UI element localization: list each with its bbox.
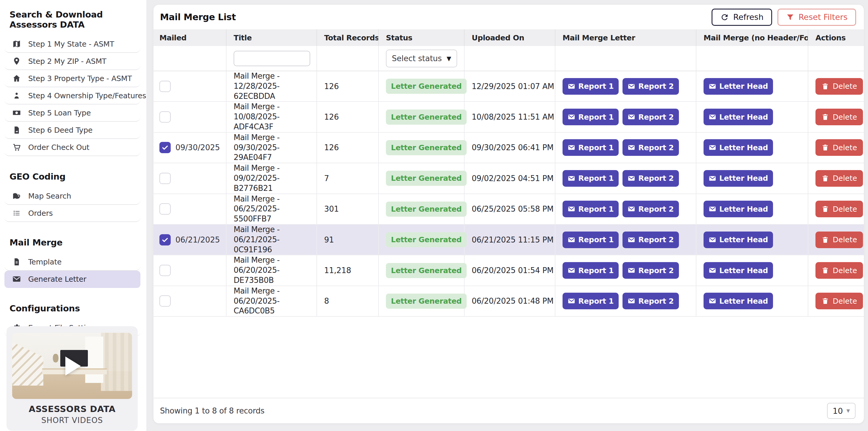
- table-footer: Showing 1 to 8 of 8 records 10 ▼: [153, 398, 864, 423]
- delete-label: Delete: [833, 113, 857, 121]
- row-total-records: 7: [317, 163, 378, 193]
- page-size-select[interactable]: 10 ▼: [827, 403, 856, 419]
- play-icon[interactable]: [65, 357, 81, 375]
- row-uploaded-on: 09/30/2025 06:41 PM: [464, 132, 555, 163]
- envelope-icon: [567, 144, 575, 151]
- row-title: Mail Merge - 09/30/2025-29AE04F7: [226, 132, 317, 163]
- sidebar-item-step1-my-state[interactable]: Step 1 My State - ASMT: [4, 36, 141, 53]
- letter-head-button[interactable]: Letter Head: [704, 109, 773, 125]
- delete-label: Delete: [833, 82, 857, 91]
- envelope-icon: [12, 275, 21, 283]
- report2-button[interactable]: Report 2: [622, 139, 679, 156]
- delete-button[interactable]: Delete: [815, 139, 863, 156]
- letter-head-button[interactable]: Letter Head: [704, 139, 773, 156]
- sidebar-item-generate-letter[interactable]: Generate Letter: [4, 271, 141, 288]
- report2-button[interactable]: Report 2: [622, 78, 679, 95]
- sidebar-item-label: Step 4 Ownership Type/Features: [28, 91, 146, 100]
- envelope-icon: [627, 205, 635, 213]
- letter-head-label: Letter Head: [719, 236, 768, 244]
- report1-button[interactable]: Report 1: [562, 293, 619, 309]
- sidebar: Search & Download Assessors DATA Step 1 …: [0, 0, 146, 431]
- mailed-checkbox[interactable]: [159, 234, 171, 245]
- envelope-icon: [627, 236, 635, 244]
- banknote-icon: [12, 109, 21, 117]
- sidebar-item-order-checkout[interactable]: Order Check Out: [4, 139, 141, 156]
- letter-head-button[interactable]: Letter Head: [704, 293, 773, 309]
- trash-icon: [822, 83, 829, 90]
- report2-button[interactable]: Report 2: [622, 293, 679, 309]
- trash-icon: [822, 205, 829, 213]
- sidebar-item-step5-loan-type[interactable]: Step 5 Loan Type: [4, 104, 141, 122]
- mailed-checkbox[interactable]: [159, 265, 171, 276]
- envelope-icon: [709, 236, 716, 244]
- report1-button[interactable]: Report 1: [562, 232, 619, 248]
- status-filter-select[interactable]: Select status ▼: [386, 50, 457, 67]
- row-total-records: 11,218: [317, 255, 378, 285]
- report1-button[interactable]: Report 1: [562, 78, 619, 95]
- refresh-button[interactable]: Refresh: [712, 9, 772, 26]
- delete-button[interactable]: Delete: [815, 232, 863, 248]
- column-header-mailed: Mailed: [153, 29, 226, 46]
- envelope-icon: [709, 113, 716, 121]
- table-row: Mail Merge - 06/20/2025-DE735B0B 11,218 …: [153, 255, 864, 285]
- sidebar-item-map-search[interactable]: Map Search: [4, 188, 141, 205]
- letter-head-button[interactable]: Letter Head: [704, 78, 773, 95]
- column-header-no-header-footer: Mail Merge (no Header/Footer): [696, 29, 808, 46]
- row-uploaded-on: 06/21/2025 11:15 PM: [464, 224, 555, 255]
- delete-button[interactable]: Delete: [815, 170, 863, 187]
- letter-head-button[interactable]: Letter Head: [704, 170, 773, 187]
- envelope-icon: [709, 267, 716, 274]
- report2-button[interactable]: Report 2: [622, 201, 679, 217]
- title-filter-input[interactable]: [234, 51, 310, 66]
- chevron-down-icon: ▼: [447, 55, 451, 62]
- video-thumbnail[interactable]: [12, 333, 132, 399]
- sidebar-section-title: Search & Download Assessors DATA: [0, 4, 146, 36]
- row-uploaded-on: 06/25/2025 05:58 PM: [464, 194, 555, 224]
- person-icon: [12, 91, 21, 100]
- list-icon: [12, 209, 21, 218]
- row-uploaded-on: 12/29/2025 01:07 AM: [464, 71, 555, 101]
- mailed-checkbox[interactable]: [159, 111, 171, 123]
- report1-button[interactable]: Report 1: [562, 139, 619, 156]
- report1-button[interactable]: Report 1: [562, 109, 619, 125]
- delete-button[interactable]: Delete: [815, 262, 863, 279]
- delete-button[interactable]: Delete: [815, 109, 863, 125]
- sidebar-item-label: Generate Letter: [28, 275, 86, 283]
- report1-button[interactable]: Report 1: [562, 262, 619, 279]
- report1-button[interactable]: Report 1: [562, 170, 619, 187]
- table-row: Mail Merge - 12/28/2025-62ECBDDA 126 Let…: [153, 71, 864, 101]
- reset-filters-button[interactable]: Reset Filters: [777, 9, 856, 26]
- letter-head-button[interactable]: Letter Head: [704, 262, 773, 279]
- row-uploaded-on: 09/02/2025 04:51 PM: [464, 163, 555, 193]
- mailed-checkbox[interactable]: [159, 173, 171, 184]
- letter-head-button[interactable]: Letter Head: [704, 201, 773, 217]
- sidebar-item-orders[interactable]: Orders: [4, 205, 141, 222]
- report2-label: Report 2: [638, 143, 674, 152]
- report2-button[interactable]: Report 2: [622, 262, 679, 279]
- delete-label: Delete: [833, 266, 857, 275]
- sidebar-item-step2-my-zip[interactable]: Step 2 My ZIP - ASMT: [4, 53, 141, 70]
- sidebar-item-step6-deed-type[interactable]: Step 6 Deed Type: [4, 122, 141, 139]
- mailed-checkbox[interactable]: [159, 203, 171, 215]
- envelope-icon: [567, 113, 575, 121]
- delete-button[interactable]: Delete: [815, 293, 863, 309]
- status-badge: Letter Generated: [386, 263, 467, 278]
- report2-button[interactable]: Report 2: [622, 170, 679, 187]
- sidebar-item-template[interactable]: Template: [4, 253, 141, 271]
- envelope-icon: [567, 236, 575, 244]
- mailed-checkbox[interactable]: [159, 142, 171, 153]
- delete-button[interactable]: Delete: [815, 78, 863, 95]
- mailed-checkbox[interactable]: [159, 295, 171, 307]
- row-title: Mail Merge - 09/02/2025-B2776B21: [226, 163, 317, 193]
- letter-head-button[interactable]: Letter Head: [704, 232, 773, 248]
- report1-button[interactable]: Report 1: [562, 201, 619, 217]
- report2-button[interactable]: Report 2: [622, 109, 679, 125]
- mailed-checkbox[interactable]: [159, 81, 171, 92]
- report2-label: Report 2: [638, 266, 674, 275]
- sidebar-item-step4-ownership[interactable]: Step 4 Ownership Type/Features: [4, 87, 141, 104]
- sidebar-item-step3-property-type[interactable]: Step 3 Property Type - ASMT: [4, 70, 141, 87]
- report2-button[interactable]: Report 2: [622, 232, 679, 248]
- column-header-status: Status: [378, 29, 464, 46]
- delete-button[interactable]: Delete: [815, 201, 863, 217]
- envelope-icon: [567, 175, 575, 182]
